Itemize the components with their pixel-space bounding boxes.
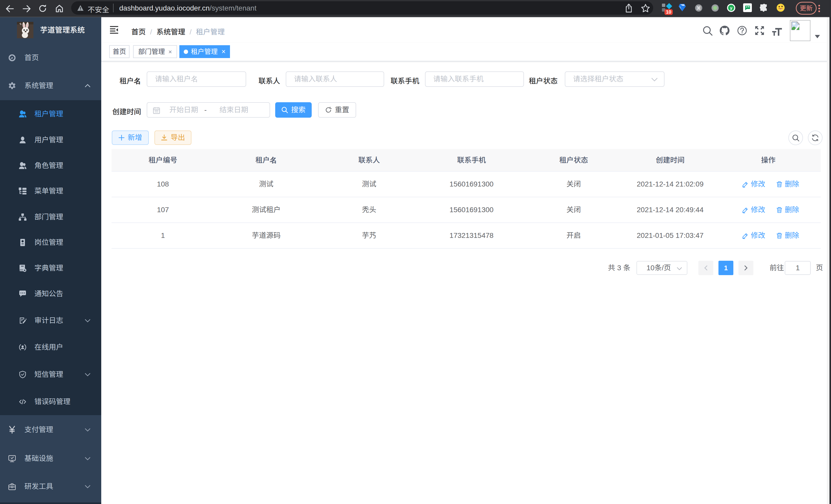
svg-text:⌘: ⌘: [696, 6, 701, 11]
svg-text:y: y: [730, 6, 733, 10]
svg-text:10: 10: [666, 9, 671, 14]
